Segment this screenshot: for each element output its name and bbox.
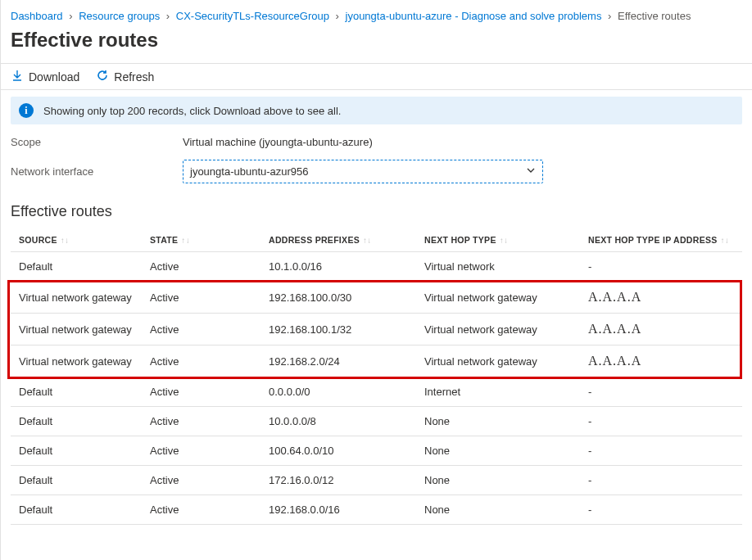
- col-state-header[interactable]: STATE↑↓: [142, 228, 260, 252]
- cell-nhip: A.A.A.A: [580, 345, 742, 377]
- cell-state: Active: [142, 407, 260, 436]
- chevron-down-icon: [526, 165, 536, 178]
- cell-nhip: -: [580, 495, 742, 525]
- col-source-header[interactable]: SOURCE↑↓: [11, 228, 142, 252]
- cell-nexthop: Virtual network gateway: [416, 282, 580, 314]
- download-button[interactable]: Download: [11, 69, 79, 84]
- sort-icon: ↑↓: [61, 236, 70, 245]
- nic-row: Network interface jyoungta-ubuntu-azur95…: [11, 160, 742, 183]
- cell-source: Default: [11, 466, 142, 495]
- cell-nhip: A.A.A.A: [580, 282, 742, 314]
- cell-state: Active: [142, 252, 260, 282]
- cell-nhip: -: [580, 252, 742, 282]
- cell-source: Default: [11, 495, 142, 525]
- cell-prefix: 0.0.0.0/0: [260, 377, 416, 407]
- download-label: Download: [29, 70, 79, 84]
- section-title: Effective routes: [11, 203, 742, 220]
- cell-nhip: A.A.A.A: [580, 314, 742, 345]
- cell-nexthop: None: [416, 436, 580, 466]
- cell-source: Virtual network gateway: [11, 282, 142, 314]
- refresh-icon: [96, 69, 109, 84]
- cell-state: Active: [142, 314, 260, 345]
- cell-source: Default: [11, 252, 142, 282]
- breadcrumb-current: Effective routes: [618, 10, 691, 22]
- col-nexthop-label: NEXT HOP TYPE: [424, 235, 496, 245]
- cell-prefix: 172.16.0.0/12: [260, 466, 416, 495]
- cell-nexthop: Internet: [416, 377, 580, 407]
- nic-label: Network interface: [11, 165, 183, 178]
- table-row[interactable]: DefaultActive10.1.0.0/16Virtual network-: [11, 252, 742, 282]
- table-row[interactable]: Virtual network gatewayActive192.168.100…: [11, 282, 742, 314]
- chevron-right-icon: ›: [608, 10, 611, 22]
- routes-table-wrap: SOURCE↑↓ STATE↑↓ ADDRESS PREFIXES↑↓ NEXT…: [1, 228, 752, 525]
- cell-source: Virtual network gateway: [11, 345, 142, 377]
- cell-nexthop: Virtual network gateway: [416, 345, 580, 377]
- sort-icon: ↑↓: [181, 236, 190, 245]
- cell-nexthop: None: [416, 495, 580, 525]
- page-title: Effective routes: [11, 29, 742, 52]
- cell-nexthop: None: [416, 407, 580, 436]
- cell-nhip: -: [580, 407, 742, 436]
- cell-source: Virtual network gateway: [11, 314, 142, 345]
- cell-state: Active: [142, 282, 260, 314]
- col-nhip-header[interactable]: NEXT HOP TYPE IP ADDRESS↑↓: [580, 228, 742, 252]
- breadcrumb-link[interactable]: Resource groups: [79, 10, 160, 22]
- breadcrumb-link[interactable]: jyoungta-ubuntu-azure - Diagnose and sol…: [346, 10, 602, 22]
- cell-state: Active: [142, 495, 260, 525]
- cell-source: Default: [11, 407, 142, 436]
- table-header-row: SOURCE↑↓ STATE↑↓ ADDRESS PREFIXES↑↓ NEXT…: [11, 228, 742, 252]
- toolbar: Download Refresh: [1, 63, 752, 90]
- breadcrumb-link[interactable]: CX-SecurityTLs-ResourceGroup: [176, 10, 329, 22]
- cell-state: Active: [142, 436, 260, 466]
- refresh-button[interactable]: Refresh: [96, 69, 154, 84]
- cell-source: Default: [11, 377, 142, 407]
- table-row[interactable]: DefaultActive172.16.0.0/12None-: [11, 466, 742, 495]
- col-nexthop-header[interactable]: NEXT HOP TYPE↑↓: [416, 228, 580, 252]
- col-nhip-label: NEXT HOP TYPE IP ADDRESS: [588, 235, 718, 245]
- sort-icon: ↑↓: [363, 236, 372, 245]
- breadcrumb: Dashboard › Resource groups › CX-Securit…: [1, 7, 752, 27]
- sort-icon: ↑↓: [721, 236, 730, 245]
- cell-prefix: 10.0.0.0/8: [260, 407, 416, 436]
- cell-state: Active: [142, 377, 260, 407]
- cell-state: Active: [142, 466, 260, 495]
- routes-table: SOURCE↑↓ STATE↑↓ ADDRESS PREFIXES↑↓ NEXT…: [11, 228, 742, 525]
- cell-nhip: -: [580, 377, 742, 407]
- chevron-right-icon: ›: [69, 10, 72, 22]
- breadcrumb-link[interactable]: Dashboard: [11, 10, 63, 22]
- cell-source: Default: [11, 436, 142, 466]
- col-prefix-header[interactable]: ADDRESS PREFIXES↑↓: [260, 228, 416, 252]
- cell-nexthop: Virtual network gateway: [416, 314, 580, 345]
- cell-nexthop: Virtual network: [416, 252, 580, 282]
- cell-prefix: 192.168.2.0/24: [260, 345, 416, 377]
- cell-prefix: 192.168.0.0/16: [260, 495, 416, 525]
- cell-prefix: 192.168.100.1/32: [260, 314, 416, 345]
- download-icon: [11, 69, 24, 84]
- page-root: Dashboard › Resource groups › CX-Securit…: [0, 0, 752, 560]
- table-row[interactable]: Virtual network gatewayActive192.168.2.0…: [11, 345, 742, 377]
- table-row[interactable]: DefaultActive100.64.0.0/10None-: [11, 436, 742, 466]
- cell-prefix: 100.64.0.0/10: [260, 436, 416, 466]
- scope-value: Virtual machine (jyoungta-ubuntu-azure): [183, 136, 373, 148]
- cell-prefix: 192.168.100.0/30: [260, 282, 416, 314]
- cell-nexthop: None: [416, 466, 580, 495]
- col-source-label: SOURCE: [19, 235, 57, 245]
- table-row[interactable]: DefaultActive192.168.0.0/16None-: [11, 495, 742, 525]
- cell-nhip: -: [580, 466, 742, 495]
- col-state-label: STATE: [150, 235, 178, 245]
- chevron-right-icon: ›: [166, 10, 170, 22]
- cell-prefix: 10.1.0.0/16: [260, 252, 416, 282]
- table-row[interactable]: Virtual network gatewayActive192.168.100…: [11, 314, 742, 345]
- routes-body: DefaultActive10.1.0.0/16Virtual network-…: [11, 252, 742, 525]
- cell-nhip: -: [580, 436, 742, 466]
- sort-icon: ↑↓: [500, 236, 509, 245]
- nic-select[interactable]: jyoungta-ubuntu-azur956: [183, 160, 543, 183]
- table-row[interactable]: DefaultActive10.0.0.0/8None-: [11, 407, 742, 436]
- info-message: Showing only top 200 records, click Down…: [43, 105, 342, 117]
- info-icon: i: [19, 103, 34, 118]
- nic-select-value: jyoungta-ubuntu-azur956: [190, 165, 309, 178]
- scope-row: Scope Virtual machine (jyoungta-ubuntu-a…: [11, 136, 742, 148]
- cell-state: Active: [142, 345, 260, 377]
- scope-label: Scope: [11, 136, 183, 148]
- table-row[interactable]: DefaultActive0.0.0.0/0Internet-: [11, 377, 742, 407]
